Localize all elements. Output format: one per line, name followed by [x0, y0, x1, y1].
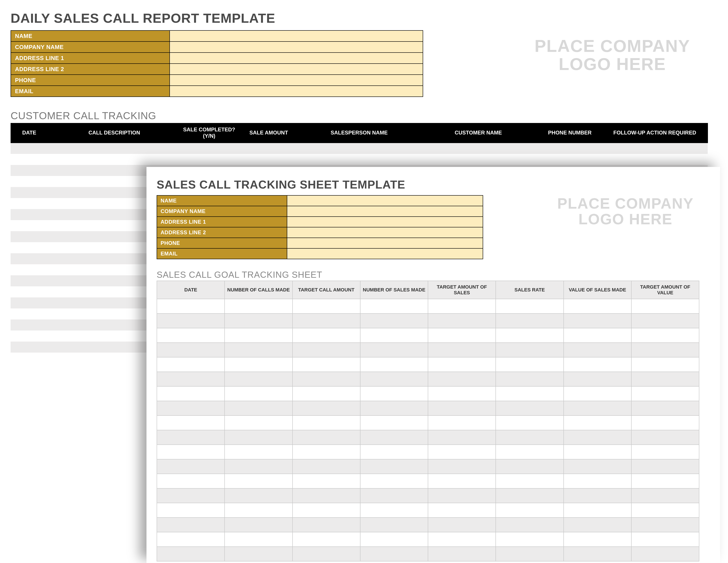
table-cell[interactable]	[564, 547, 631, 561]
table-cell[interactable]	[157, 503, 225, 518]
table-cell[interactable]	[360, 386, 428, 401]
info-input[interactable]	[170, 53, 423, 64]
table-cell[interactable]	[225, 547, 292, 561]
table-cell[interactable]	[157, 430, 225, 445]
table-cell[interactable]	[11, 342, 48, 353]
table-cell[interactable]	[293, 488, 360, 503]
table-cell[interactable]	[225, 430, 292, 445]
table-cell[interactable]	[293, 474, 360, 488]
table-cell[interactable]	[157, 459, 225, 474]
table-cell[interactable]	[564, 488, 631, 503]
table-cell[interactable]	[293, 343, 360, 357]
table-cell[interactable]	[631, 386, 699, 401]
table-cell[interactable]	[225, 372, 292, 386]
table-cell[interactable]	[157, 445, 225, 459]
table-cell[interactable]	[157, 386, 225, 401]
table-cell[interactable]	[225, 503, 292, 518]
table-cell[interactable]	[428, 314, 496, 328]
table-cell[interactable]	[564, 430, 631, 445]
table-cell[interactable]	[428, 386, 496, 401]
table-cell[interactable]	[428, 459, 496, 474]
table-cell[interactable]	[496, 503, 563, 518]
table-cell[interactable]	[11, 209, 48, 220]
table-cell[interactable]	[238, 143, 300, 154]
table-cell[interactable]	[11, 187, 48, 198]
table-cell[interactable]	[631, 416, 699, 430]
table-cell[interactable]	[360, 547, 428, 561]
table-cell[interactable]	[496, 518, 563, 532]
info-input[interactable]	[170, 41, 423, 53]
table-cell[interactable]	[631, 532, 699, 547]
table-cell[interactable]	[225, 488, 292, 503]
table-cell[interactable]	[11, 287, 48, 298]
table-cell[interactable]	[564, 372, 631, 386]
table-cell[interactable]	[564, 532, 631, 547]
table-cell[interactable]	[564, 518, 631, 532]
table-cell[interactable]	[564, 328, 631, 343]
table-cell[interactable]	[157, 299, 225, 314]
table-cell[interactable]	[293, 401, 360, 416]
table-cell[interactable]	[225, 343, 292, 357]
info-input[interactable]	[170, 75, 423, 86]
table-cell[interactable]	[428, 547, 496, 561]
table-cell[interactable]	[428, 518, 496, 532]
table-cell[interactable]	[428, 416, 496, 430]
table-cell[interactable]	[602, 143, 708, 154]
table-cell[interactable]	[225, 314, 292, 328]
table-cell[interactable]	[157, 343, 225, 357]
table-cell[interactable]	[564, 459, 631, 474]
table-cell[interactable]	[428, 488, 496, 503]
table-cell[interactable]	[11, 253, 48, 264]
table-cell[interactable]	[428, 299, 496, 314]
table-cell[interactable]	[225, 532, 292, 547]
table-cell[interactable]	[631, 547, 699, 561]
table-cell[interactable]	[564, 343, 631, 357]
table-cell[interactable]	[293, 532, 360, 547]
table-cell[interactable]	[631, 401, 699, 416]
table-cell[interactable]	[360, 328, 428, 343]
table-cell[interactable]	[564, 445, 631, 459]
table-cell[interactable]	[225, 445, 292, 459]
table-cell[interactable]	[564, 503, 631, 518]
table-cell[interactable]	[564, 474, 631, 488]
info-input[interactable]	[287, 227, 483, 238]
table-cell[interactable]	[631, 372, 699, 386]
table-cell[interactable]	[564, 357, 631, 372]
table-cell[interactable]	[293, 328, 360, 343]
table-cell[interactable]	[293, 445, 360, 459]
table-cell[interactable]	[11, 242, 48, 253]
table-cell[interactable]	[11, 165, 48, 176]
info-input[interactable]	[287, 206, 483, 216]
table-cell[interactable]	[225, 386, 292, 401]
table-cell[interactable]	[419, 154, 538, 165]
table-cell[interactable]	[11, 353, 48, 364]
table-cell[interactable]	[496, 343, 563, 357]
table-cell[interactable]	[225, 416, 292, 430]
table-cell[interactable]	[225, 401, 292, 416]
table-cell[interactable]	[360, 474, 428, 488]
table-cell[interactable]	[48, 154, 180, 165]
table-cell[interactable]	[11, 220, 48, 231]
table-cell[interactable]	[631, 357, 699, 372]
table-cell[interactable]	[360, 416, 428, 430]
table-cell[interactable]	[428, 474, 496, 488]
table-cell[interactable]	[238, 154, 300, 165]
info-input[interactable]	[287, 238, 483, 248]
table-cell[interactable]	[360, 532, 428, 547]
table-cell[interactable]	[564, 416, 631, 430]
info-input[interactable]	[170, 86, 423, 97]
table-cell[interactable]	[157, 314, 225, 328]
table-cell[interactable]	[157, 474, 225, 488]
table-cell[interactable]	[157, 328, 225, 343]
table-cell[interactable]	[496, 386, 563, 401]
table-cell[interactable]	[157, 357, 225, 372]
table-cell[interactable]	[157, 401, 225, 416]
table-cell[interactable]	[225, 518, 292, 532]
table-cell[interactable]	[11, 331, 48, 342]
table-cell[interactable]	[180, 143, 238, 154]
table-cell[interactable]	[496, 372, 563, 386]
table-cell[interactable]	[428, 372, 496, 386]
table-cell[interactable]	[564, 401, 631, 416]
table-cell[interactable]	[157, 488, 225, 503]
table-cell[interactable]	[293, 503, 360, 518]
